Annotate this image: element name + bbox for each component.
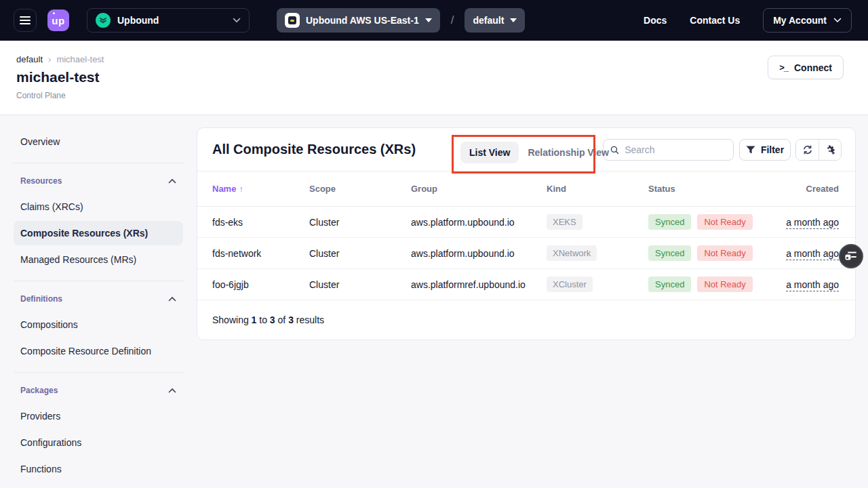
section-title: Definitions: [20, 294, 62, 304]
column-header-created[interactable]: Created: [777, 184, 839, 194]
cell-kind: XEKS: [547, 214, 648, 230]
caret-down-icon: [425, 18, 432, 22]
cell-name: fds-network: [212, 248, 309, 259]
created-tooltip-text: a month ago: [786, 248, 839, 260]
not-ready-badge: Not Ready: [697, 214, 752, 230]
breadcrumb-default[interactable]: default: [16, 54, 43, 64]
column-header-status[interactable]: Status: [648, 184, 777, 194]
chevron-up-icon: [168, 178, 176, 184]
results-summary: Showing 1 to 3 of 3 results: [197, 300, 855, 340]
column-header-scope[interactable]: Scope: [309, 184, 411, 194]
sidebar-item-providers[interactable]: Providers: [14, 404, 183, 428]
organization-dropdown[interactable]: Upbound: [87, 8, 250, 33]
composite-resources-panel: All Composite Resources (XRs) List View …: [197, 127, 856, 340]
sidebar-item-managed-resources[interactable]: Managed Resources (MRs): [14, 247, 183, 272]
column-header-group[interactable]: Group: [411, 184, 547, 194]
sidebar-item-xrd[interactable]: Composite Resource Definition: [14, 339, 183, 363]
breadcrumb-current: michael-test: [56, 54, 104, 64]
path-separator: /: [451, 14, 454, 27]
sidebar-item-compositions[interactable]: Compositions: [14, 312, 183, 337]
sidebar-item-claims[interactable]: Claims (XRCs): [14, 195, 183, 219]
cell-scope: Cluster: [309, 279, 411, 290]
sidebar-item-functions[interactable]: Functions: [14, 457, 183, 481]
list-view-tab[interactable]: List View: [460, 142, 519, 163]
page-header: default › michael-test michael-test Cont…: [0, 41, 868, 115]
table-actions: [795, 139, 842, 161]
connect-button[interactable]: >_ Connect: [768, 56, 844, 79]
page-subtitle: Control Plane: [16, 91, 844, 100]
divider: [14, 163, 183, 163]
sidebar-section-definitions[interactable]: Definitions: [14, 290, 183, 310]
sidebar-item-composite-resources[interactable]: Composite Resources (XRs): [14, 221, 183, 245]
not-ready-badge: Not Ready: [697, 277, 752, 292]
cell-group: aws.platform.upbound.io: [411, 217, 547, 228]
table-row[interactable]: foo-6jgjb Cluster aws.platformref.upboun…: [197, 269, 855, 300]
cell-name: fds-eks: [212, 217, 309, 228]
top-navbar: up Upbound Upbound AWS US-East-1 / defau…: [0, 0, 868, 41]
table-header-row: Name ↑ Scope Group Kind Status Created: [197, 171, 855, 207]
filter-funnel-icon: [746, 146, 755, 155]
caret-down-icon: [510, 18, 517, 22]
auto-refresh-settings-icon[interactable]: [818, 140, 841, 160]
cell-status: Synced Not Ready: [648, 277, 777, 292]
filter-label: Filter: [761, 144, 784, 155]
synced-badge: Synced: [648, 277, 691, 292]
breadcrumb: default › michael-test: [16, 54, 844, 64]
table-row[interactable]: fds-network Cluster aws.platform.upbound…: [197, 238, 855, 269]
docs-link[interactable]: Docs: [644, 15, 667, 26]
cell-created: a month ago: [777, 279, 839, 290]
column-header-name[interactable]: Name ↑: [212, 184, 309, 194]
control-plane-icon: [285, 13, 300, 28]
sidebar-section-packages[interactable]: Packages: [14, 382, 183, 402]
divider: [14, 281, 183, 281]
section-title: Resources: [20, 176, 62, 186]
navbar-links: Docs Contact Us My Account: [644, 8, 852, 33]
cell-group: aws.platform.upbound.io: [411, 248, 547, 259]
not-ready-badge: Not Ready: [697, 245, 752, 261]
org-name: Upbound: [117, 15, 226, 26]
column-header-kind[interactable]: Kind: [547, 184, 648, 194]
created-tooltip-text: a month ago: [786, 217, 839, 229]
hamburger-menu-icon[interactable]: [14, 9, 37, 32]
cell-scope: Cluster: [309, 217, 411, 228]
control-plane-name: Upbound AWS US-East-1: [306, 15, 419, 26]
cell-status: Synced Not Ready: [648, 214, 777, 230]
cell-created: a month ago: [777, 248, 839, 259]
sidebar-section-resources[interactable]: Resources: [14, 172, 183, 192]
sidebar-item-overview[interactable]: Overview: [14, 129, 183, 154]
connect-label: Connect: [794, 62, 832, 73]
control-plane-dropdown[interactable]: Upbound AWS US-East-1: [277, 8, 440, 33]
my-account-button[interactable]: My Account: [763, 8, 852, 33]
org-avatar-icon: [96, 13, 111, 28]
feedback-widget-icon: [845, 251, 857, 261]
page-title: michael-test: [16, 69, 844, 85]
contact-us-link[interactable]: Contact Us: [690, 15, 740, 26]
synced-badge: Synced: [648, 245, 691, 261]
view-toggle: List View Relationship View: [460, 142, 618, 163]
sidebar-item-configurations[interactable]: Configurations: [14, 430, 183, 455]
breadcrumb-chevron-icon: ›: [48, 54, 51, 64]
kind-badge: XNetwork: [547, 245, 597, 261]
upbound-logo[interactable]: up: [47, 9, 69, 31]
namespace-dropdown[interactable]: default: [465, 8, 525, 33]
panel-title: All Composite Resources (XRs): [212, 142, 416, 157]
refresh-icon[interactable]: [796, 140, 818, 160]
chevron-down-icon: [833, 18, 842, 23]
created-tooltip-text: a month ago: [786, 279, 839, 291]
panel-header: All Composite Resources (XRs) List View …: [197, 128, 855, 171]
filter-button[interactable]: Filter: [739, 139, 791, 161]
kind-badge: XCluster: [547, 277, 593, 292]
namespace-name: default: [473, 15, 504, 26]
chevron-down-icon: [233, 18, 241, 23]
search-input[interactable]: [625, 144, 726, 155]
my-account-label: My Account: [773, 15, 827, 26]
feedback-widget-button[interactable]: [839, 244, 863, 268]
search-box: [603, 139, 734, 161]
sort-ascending-icon: ↑: [239, 184, 243, 194]
cell-name: foo-6jgjb: [212, 279, 309, 290]
table-row[interactable]: fds-eks Cluster aws.platform.upbound.io …: [197, 207, 855, 238]
cell-kind: XNetwork: [547, 245, 648, 261]
relationship-view-tab[interactable]: Relationship View: [519, 142, 618, 163]
cell-status: Synced Not Ready: [648, 245, 777, 261]
terminal-icon: >_: [779, 62, 788, 73]
